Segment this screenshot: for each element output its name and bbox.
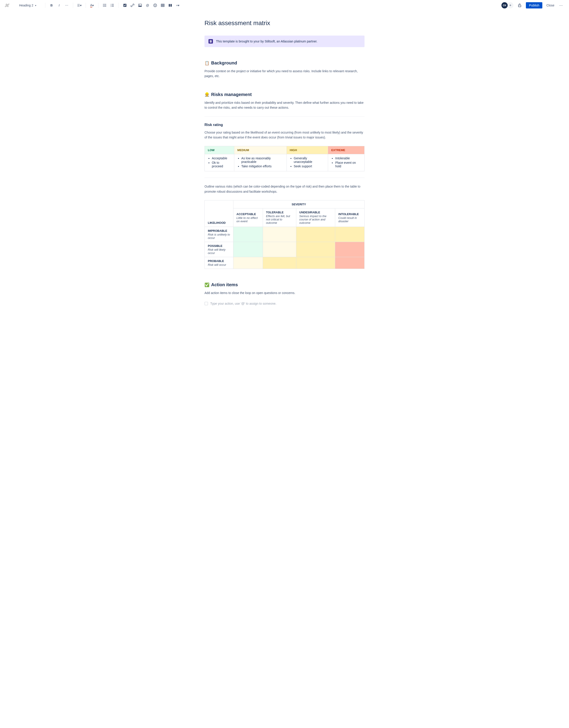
emoji-button[interactable] bbox=[152, 2, 159, 9]
svg-point-0 bbox=[103, 4, 104, 5]
severity-col-intolerable: INTOLERABLECould result in disaster bbox=[335, 208, 365, 227]
toolbar-separator bbox=[45, 3, 45, 8]
matrix-cell[interactable] bbox=[296, 227, 335, 242]
svg-text:3: 3 bbox=[110, 6, 111, 7]
confluence-logo-icon bbox=[4, 3, 10, 8]
info-panel: This template is brought to your by Stil… bbox=[204, 36, 365, 47]
bold-button[interactable]: B bbox=[48, 2, 55, 9]
svg-rect-19 bbox=[169, 4, 170, 7]
matrix-cell[interactable] bbox=[296, 242, 335, 257]
matrix-cell[interactable] bbox=[263, 242, 296, 257]
matrix-cell[interactable] bbox=[263, 227, 296, 242]
risk-rating-table[interactable]: LOW MEDIUM HIGH EXTREME AcceptableOk to … bbox=[204, 146, 365, 171]
svg-rect-18 bbox=[161, 4, 164, 7]
rating-cell-low: AcceptableOk to proceed bbox=[205, 154, 234, 171]
text-color-button[interactable]: A▾ bbox=[88, 2, 96, 9]
action-checkbox[interactable] bbox=[204, 302, 208, 305]
image-button[interactable] bbox=[136, 2, 144, 9]
risks-heading: 👷 Risks management bbox=[204, 92, 365, 97]
table-row: LOW MEDIUM HIGH EXTREME bbox=[205, 146, 365, 154]
severity-col-tolerable: TOLERABLEEffects are felt, but not criti… bbox=[263, 208, 296, 227]
add-collaborator-button[interactable]: + bbox=[507, 2, 513, 8]
rating-cell-high: Generally unacceptableSeek support bbox=[287, 154, 328, 171]
heading-style-select[interactable]: Heading 2 ▾ bbox=[17, 3, 38, 8]
svg-point-16 bbox=[154, 5, 155, 5]
likelihood-row-possible: POSSIBLERisk will likely occur bbox=[205, 242, 233, 257]
rating-header-medium: MEDIUM bbox=[234, 146, 287, 154]
numbered-list-button[interactable]: 123 bbox=[109, 2, 116, 9]
risks-body: Identify and prioritize risks based on t… bbox=[204, 100, 365, 110]
background-body: Provide context on the project or initia… bbox=[204, 69, 365, 79]
svg-rect-21 bbox=[519, 5, 521, 7]
outline-body: Outline various risks (which can be colo… bbox=[204, 184, 365, 194]
link-button[interactable] bbox=[129, 2, 136, 9]
matrix-cell[interactable] bbox=[296, 257, 335, 269]
likelihood-axis-label: LIKELIHOOD bbox=[205, 200, 233, 227]
risk-rating-body: Choose your rating based on the likeliho… bbox=[204, 130, 365, 140]
action-item-placeholder: Type your action, use '@' to assign to s… bbox=[210, 302, 276, 305]
close-button[interactable]: Close bbox=[546, 4, 554, 7]
action-item-button[interactable] bbox=[121, 2, 128, 9]
table-row: POSSIBLERisk will likely occur bbox=[205, 242, 365, 257]
svg-point-17 bbox=[156, 5, 156, 5]
severity-axis-label: SEVERITY bbox=[233, 200, 364, 208]
table-row: IMPROBABLERisk is unlikely to occur bbox=[205, 227, 365, 242]
svg-rect-7 bbox=[112, 4, 114, 4]
insert-more-button[interactable]: +▾ bbox=[174, 2, 181, 9]
editor-content[interactable]: Risk assessment matrix This template is … bbox=[200, 11, 369, 323]
background-heading: 📋 Background bbox=[204, 60, 365, 66]
construction-worker-icon: 👷 bbox=[204, 92, 209, 97]
check-mark-icon: ✅ bbox=[204, 282, 209, 287]
table-row: PROBABLERisk will occur bbox=[205, 257, 365, 269]
severity-col-undesirable: UNDESIRABLESerious impact to the course … bbox=[296, 208, 335, 227]
rating-header-high: HIGH bbox=[287, 146, 328, 154]
mention-button[interactable]: @ bbox=[144, 2, 151, 9]
editor-toolbar: Heading 2 ▾ B I ⋯ ☰▾ A▾ 123 @ bbox=[0, 0, 569, 11]
page-title[interactable]: Risk assessment matrix bbox=[204, 20, 365, 27]
svg-rect-20 bbox=[170, 4, 172, 7]
svg-rect-9 bbox=[112, 5, 114, 6]
matrix-cell[interactable] bbox=[335, 242, 365, 257]
restrictions-button[interactable] bbox=[516, 2, 523, 9]
rating-cell-extreme: IntolerablePlace event on hold bbox=[328, 154, 365, 171]
toolbar-separator bbox=[118, 3, 119, 8]
rating-header-low: LOW bbox=[205, 146, 234, 154]
rating-header-extreme: EXTREME bbox=[328, 146, 365, 154]
svg-point-2 bbox=[103, 5, 104, 6]
clipboard-icon: 📋 bbox=[204, 61, 209, 66]
matrix-cell[interactable] bbox=[233, 257, 263, 269]
risk-matrix-table[interactable]: LIKELIHOOD SEVERITY ACCEPTABLELittle to … bbox=[204, 200, 365, 269]
severity-col-acceptable: ACCEPTABLELittle to no effect on event bbox=[233, 208, 263, 227]
svg-point-4 bbox=[103, 6, 104, 7]
action-items-body: Add action items to close the loop on op… bbox=[204, 290, 365, 295]
italic-button[interactable]: I bbox=[56, 2, 63, 9]
table-row: LIKELIHOOD SEVERITY bbox=[205, 200, 365, 208]
layouts-button[interactable] bbox=[167, 2, 174, 9]
alignment-button[interactable]: ☰▾ bbox=[76, 2, 83, 9]
matrix-cell[interactable] bbox=[335, 257, 365, 269]
svg-rect-23 bbox=[210, 41, 211, 41]
panel-text: This template is brought to your by Stil… bbox=[216, 40, 317, 43]
likelihood-row-improbable: IMPROBABLERisk is unlikely to occur bbox=[205, 227, 233, 242]
action-item-row[interactable]: Type your action, use '@' to assign to s… bbox=[204, 302, 365, 305]
svg-rect-11 bbox=[112, 6, 114, 7]
more-formatting-button[interactable]: ⋯ bbox=[63, 2, 70, 9]
svg-rect-24 bbox=[210, 41, 211, 41]
chevron-down-icon: ▾ bbox=[35, 4, 36, 7]
matrix-cell[interactable] bbox=[335, 227, 365, 242]
table-row: AcceptableOk to proceed As low as reason… bbox=[205, 154, 365, 171]
matrix-cell[interactable] bbox=[233, 227, 263, 242]
matrix-cell[interactable] bbox=[233, 242, 263, 257]
page-more-menu[interactable]: ⋯ bbox=[557, 2, 565, 9]
heading-style-label: Heading 2 bbox=[19, 4, 33, 7]
svg-point-14 bbox=[139, 5, 140, 5]
svg-point-15 bbox=[154, 4, 157, 7]
divider bbox=[204, 116, 365, 117]
matrix-cell[interactable] bbox=[263, 257, 296, 269]
table-button[interactable] bbox=[159, 2, 166, 9]
bullet-list-button[interactable] bbox=[101, 2, 108, 9]
panel-note-icon bbox=[208, 39, 213, 44]
publish-button[interactable]: Publish bbox=[526, 2, 542, 8]
svg-rect-3 bbox=[104, 5, 106, 6]
user-avatar[interactable]: CK bbox=[501, 2, 508, 8]
